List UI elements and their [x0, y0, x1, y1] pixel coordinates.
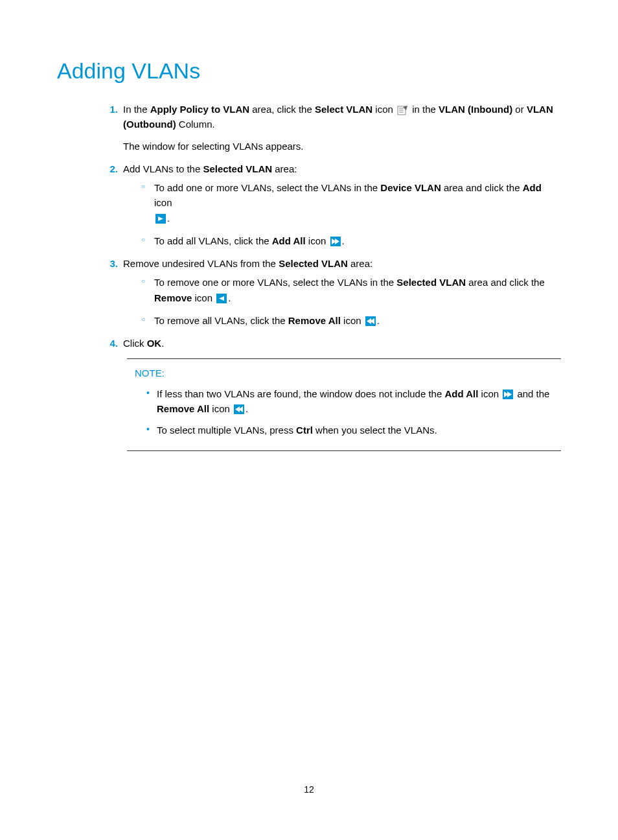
text: Add VLANs to the: [123, 163, 203, 174]
bold: Ctrl: [296, 425, 313, 436]
text: when you select the VLANs.: [313, 425, 437, 436]
svg-marker-4: [158, 216, 163, 221]
text: Column.: [176, 119, 215, 130]
text: Click: [123, 338, 147, 349]
text: area, click the: [249, 104, 315, 115]
step-3: 3. Remove undesired VLANs from the Selec…: [102, 256, 561, 328]
text: .: [167, 213, 170, 224]
step-2-number: 2.: [102, 161, 118, 176]
bold: Remove All: [157, 403, 209, 414]
bold: Select VLAN: [315, 104, 372, 115]
page-number: 12: [0, 784, 618, 795]
text: icon: [478, 388, 501, 399]
text: icon: [372, 104, 396, 115]
text: area and click the: [441, 182, 523, 193]
svg-marker-11: [507, 391, 512, 397]
note-list: If less than two VLANs are found, the wi…: [135, 386, 553, 438]
text: and the: [514, 388, 549, 399]
page-title: Adding VLANs: [57, 58, 561, 84]
step-2: 2. Add VLANs to the Selected VLAN area: …: [102, 161, 561, 248]
note-title: NOTE:: [135, 366, 553, 380]
bold: Device VLAN: [380, 182, 441, 193]
step-2-sublist: To add one or more VLANs, select the VLA…: [123, 180, 561, 248]
remove-all-icon: [365, 316, 376, 326]
step-3-sublist: To remove one or more VLANs, select the …: [123, 275, 561, 328]
add-icon: [155, 214, 166, 224]
text: In the: [123, 104, 150, 115]
text: icon: [306, 235, 329, 246]
step-4: 4. Click OK.: [102, 336, 561, 351]
text: area and click the: [466, 277, 545, 288]
text: area:: [348, 258, 372, 269]
step-4-text: Click OK.: [123, 338, 164, 349]
step-1-number: 1.: [102, 102, 118, 117]
text: To add all VLANs, click the: [154, 235, 272, 246]
step-2-sub-1: To add one or more VLANs, select the VLA…: [141, 180, 561, 226]
bold: Add: [523, 182, 542, 193]
svg-marker-7: [219, 296, 224, 301]
text: area:: [272, 163, 297, 174]
note-item-2: To select multiple VLANs, press Ctrl whe…: [146, 423, 553, 438]
text: .: [246, 403, 248, 414]
text: Remove undesired VLANs from the: [123, 258, 279, 269]
text: icon: [341, 315, 364, 326]
bold: Apply Policy to VLAN: [150, 104, 249, 115]
text: in the: [409, 104, 439, 115]
text: icon: [192, 292, 215, 303]
text: .: [342, 235, 345, 246]
step-list: 1. In the Apply Policy to VLAN area, cli…: [57, 102, 561, 351]
select-vlan-icon: [397, 105, 408, 116]
bold: OK: [147, 338, 162, 349]
add-all-icon: [330, 237, 341, 246]
text: .: [377, 315, 380, 326]
text: To add one or more VLANs, select the VLA…: [154, 182, 380, 193]
note-box: NOTE: If less than two VLANs are found, …: [127, 358, 561, 451]
bold: Selected VLAN: [203, 163, 272, 174]
text: icon: [209, 403, 233, 414]
text: icon: [154, 197, 172, 208]
bold: Remove: [154, 292, 192, 303]
step-1-text: In the Apply Policy to VLAN area, click …: [123, 104, 553, 130]
step-3-text: Remove undesired VLANs from the Selected…: [123, 258, 372, 269]
step-3-sub-1: To remove one or more VLANs, select the …: [141, 275, 561, 305]
step-2-sub-2: To add all VLANs, click the Add All icon…: [141, 233, 561, 248]
step-3-number: 3.: [102, 256, 118, 271]
bold: VLAN (Inbound): [439, 104, 512, 115]
note-item-1: If less than two VLANs are found, the wi…: [146, 386, 553, 417]
svg-marker-9: [367, 318, 371, 324]
step-3-sub-2: To remove all VLANs, click the Remove Al…: [141, 313, 561, 328]
svg-marker-6: [335, 239, 339, 244]
text: To remove one or more VLANs, select the …: [154, 277, 396, 288]
text: or: [512, 104, 527, 115]
bold: Remove All: [288, 315, 341, 326]
step-4-number: 4.: [102, 336, 118, 351]
svg-marker-13: [235, 406, 240, 412]
step-1: 1. In the Apply Policy to VLAN area, cli…: [102, 102, 561, 154]
bold: Add All: [444, 388, 478, 399]
bold: Selected VLAN: [396, 277, 466, 288]
add-all-icon: [503, 390, 513, 399]
main-content: 1. In the Apply Policy to VLAN area, cli…: [57, 102, 561, 451]
text: To remove all VLANs, click the: [154, 315, 288, 326]
remove-all-icon: [234, 404, 244, 414]
step-2-text: Add VLANs to the Selected VLAN area:: [123, 163, 297, 174]
bold: Add All: [272, 235, 306, 246]
remove-icon: [216, 294, 227, 303]
bold: Selected VLAN: [279, 258, 348, 269]
document-page: Adding VLANs 1. In the Apply Policy to V…: [0, 0, 618, 840]
step-1-subtext: The window for selecting VLANs appears.: [123, 139, 561, 154]
text: If less than two VLANs are found, the wi…: [157, 388, 444, 399]
text: To select multiple VLANs, press: [157, 425, 296, 436]
text: .: [228, 292, 231, 303]
text: .: [161, 338, 164, 349]
